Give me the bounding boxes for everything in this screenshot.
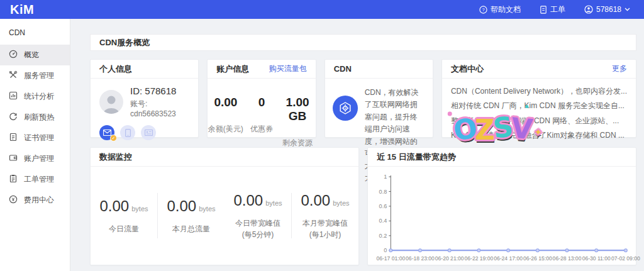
coupon-label: 优惠券 <box>243 124 279 135</box>
month-traffic-value: 0.00 <box>167 197 196 214</box>
balance-label: 余额(美元) <box>208 124 243 135</box>
user-circle-icon <box>584 5 593 14</box>
chevron-down-icon <box>625 8 630 11</box>
work-order-label: 工单 <box>550 4 565 15</box>
tools-icon <box>9 70 18 81</box>
sidebar-item-refresh-preheat[interactable]: 刷新预热 <box>0 107 70 128</box>
trend-chart-card: 近 15 日流量带宽趋势 00.20.40.60.8106-17 01:0006… <box>367 147 636 265</box>
month-bandwidth-peak-value: 0.00 <box>301 192 330 209</box>
svg-text:0: 0 <box>384 247 387 253</box>
document-icon <box>540 6 547 14</box>
docs-title: 文档中心 <box>451 64 484 75</box>
sidebar-item-overview[interactable]: 概览 <box>0 45 70 65</box>
personal-info-card: 个人信息 ID: 578618 账号: cdn56683523 <box>90 59 199 138</box>
email-verified-icon[interactable]: ✓ <box>99 125 114 140</box>
page-title: CDN服务概览 <box>90 34 636 51</box>
user-id-text: ID: 578618 <box>130 86 189 96</box>
month-traffic-label: 本月总流量 <box>172 224 210 233</box>
sidebar-item-label: 费用中心 <box>24 195 54 206</box>
sidebar-item-label: 统计分析 <box>24 91 54 102</box>
balance-value: 0.00 <box>208 96 243 109</box>
cdn-card-title: CDN <box>334 64 352 74</box>
svg-text:06-24 17:00: 06-24 17:00 <box>494 255 523 262</box>
sidebar-item-statistics[interactable]: 统计分析 <box>0 86 70 107</box>
sidebar-item-cert-mgmt[interactable]: 证书管理 <box>0 128 70 148</box>
today-bandwidth-peak-stat: 0.00bytes 今日带宽峰值(每5分钟) <box>225 192 291 240</box>
svg-text:?: ? <box>482 7 484 13</box>
data-monitor-card: 数据监控 0.00bytes 今日流量 0.00bytes 本月总流量 0.00… <box>90 147 359 265</box>
svg-text:06-28 13:00: 06-28 13:00 <box>553 255 582 262</box>
svg-text:1: 1 <box>384 174 387 180</box>
unit-label: bytes <box>333 199 349 207</box>
main-content: CDN服务概览 个人信息 ID: 578618 账号: cdn56683523 <box>70 19 644 271</box>
top-nav: ? 帮助文档 工单 578618 <box>479 4 630 15</box>
unit-label: bytes <box>131 205 148 213</box>
svg-text:06-22 19:00: 06-22 19:00 <box>465 255 494 262</box>
doc-link-3[interactable]: 整个产品架构由客户端、CDN 网络、企业源站、... <box>451 114 627 128</box>
month-bandwidth-peak-label: 本月带宽峰值 <box>303 219 348 228</box>
verified-badge-icon: ✓ <box>110 135 117 141</box>
sidebar-item-label: 概览 <box>24 50 39 60</box>
docs-card: 文档中心 更多 CDN（Content Delivery Network），也即… <box>441 59 636 138</box>
user-account-text: 账号: cdn56683523 <box>130 99 189 118</box>
top-header: KiM ? 帮助文档 工单 578618 <box>0 0 644 19</box>
svg-text:06-30 11:00: 06-30 11:00 <box>582 255 611 262</box>
today-bandwidth-peak-label: 今日带宽峰值 <box>235 219 280 228</box>
cdn-network-icon <box>333 96 358 121</box>
sidebar-item-label: 证书管理 <box>24 133 54 143</box>
user-menu[interactable]: 578618 <box>584 5 630 14</box>
doc-link-2[interactable]: 相对传统 CDN 厂商，Kim CDN 服务完全实现全自... <box>451 99 627 113</box>
today-traffic-stat: 0.00bytes 今日流量 <box>91 197 157 235</box>
billing-icon <box>9 195 18 206</box>
id-card-icon[interactable] <box>141 125 156 140</box>
bar-chart-icon <box>9 91 18 102</box>
wallet-icon <box>9 153 18 164</box>
today-bandwidth-peak-value: 0.00 <box>233 192 263 209</box>
month-bandwidth-peak-stat: 0.00bytes 本月带宽峰值(每1小时) <box>292 192 358 240</box>
doc-link-1[interactable]: CDN（Content Delivery Network），也即内容分发... <box>451 84 627 99</box>
avatar <box>99 90 123 114</box>
line-chart-svg: 00.20.40.60.8106-17 01:0006-18 23:0006-2… <box>372 170 631 265</box>
work-order-button[interactable]: 工单 <box>540 4 565 15</box>
user-id-label: 578618 <box>596 5 621 14</box>
logo: KiM <box>10 0 34 19</box>
data-monitor-title: 数据监控 <box>99 152 132 163</box>
svg-text:0.2: 0.2 <box>379 233 387 239</box>
sidebar-item-label: 服务管理 <box>24 70 54 81</box>
help-docs-button[interactable]: ? 帮助文档 <box>479 4 521 15</box>
refresh-icon <box>9 112 18 123</box>
coupon-value: 0 <box>243 96 279 109</box>
trend-chart-title: 近 15 日流量带宽趋势 <box>377 152 456 163</box>
trend-chart: 00.20.40.60.8106-17 01:0006-18 23:0006-2… <box>368 167 636 268</box>
docs-more-link[interactable]: 更多 <box>612 64 627 74</box>
sidebar-item-account-mgmt[interactable]: 账户管理 <box>0 148 70 169</box>
today-traffic-label: 今日流量 <box>109 224 139 233</box>
personal-info-title: 个人信息 <box>99 64 132 75</box>
unit-label: bytes <box>199 205 215 213</box>
buy-traffic-link[interactable]: 购买流量包 <box>269 64 307 74</box>
account-info-title: 账户信息 <box>216 64 249 75</box>
sidebar-title: CDN <box>0 19 70 45</box>
month-traffic-stat: 0.00bytes 本月总流量 <box>158 197 225 235</box>
month-bandwidth-peak-sublabel: (每1小时) <box>309 230 341 239</box>
today-traffic-value: 0.00 <box>99 197 129 214</box>
sidebar-item-ticket-mgmt[interactable]: 工单管理 <box>0 169 70 190</box>
question-circle-icon: ? <box>479 6 487 14</box>
account-info-card: 账户信息 购买流量包 0.00 余额(美元) 0 优惠券 1.00 GB 剩余资… <box>207 59 316 138</box>
today-bandwidth-peak-sublabel: (每5分钟) <box>242 230 274 239</box>
phone-icon[interactable] <box>120 125 135 140</box>
help-docs-label: 帮助文档 <box>491 4 521 15</box>
svg-text:06-26 15:00: 06-26 15:00 <box>523 255 552 262</box>
svg-text:06-20 21:00: 06-20 21:00 <box>435 255 464 262</box>
svg-text:0.6: 0.6 <box>379 203 387 209</box>
sidebar-item-label: 工单管理 <box>24 174 54 185</box>
sidebar-item-service-mgmt[interactable]: 服务管理 <box>0 65 70 86</box>
cdn-card: CDN CDN，有效解决了互联网网络拥塞问题，提升终端用户访问速度，增强网站的可… <box>325 59 433 138</box>
sidebar-item-billing-center[interactable]: 费用中心 <box>0 190 70 211</box>
svg-text:06-17 01:00: 06-17 01:00 <box>376 255 405 262</box>
svg-text:06-18 23:00: 06-18 23:00 <box>406 255 435 262</box>
clipboard-icon <box>9 174 18 185</box>
doc-link-4[interactable]: Kim全网加速服务完美融合了Kim对象存储和 CDN ... <box>451 128 627 143</box>
sidebar: CDN 概览 服务管理 统计分析 刷新预热 <box>0 19 70 271</box>
svg-text:0.4: 0.4 <box>379 218 387 224</box>
